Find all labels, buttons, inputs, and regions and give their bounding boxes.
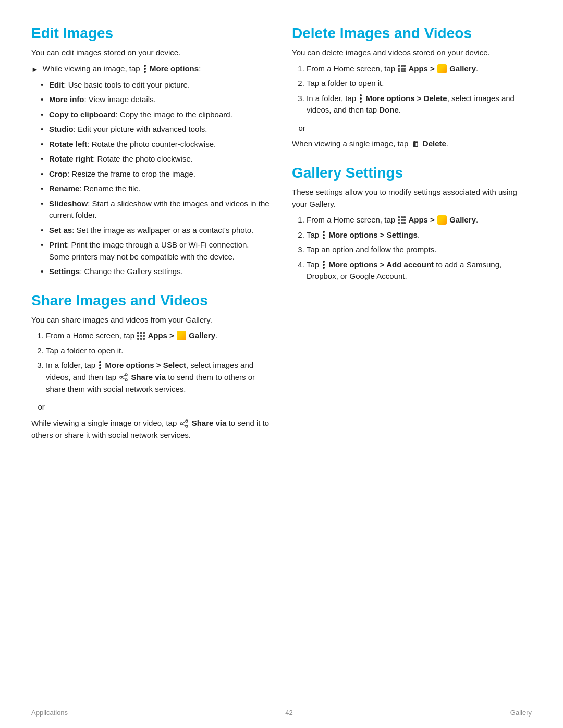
delete-step-1: From a Home screen, tap Apps > Gallery. — [307, 63, 532, 75]
delete-alt-text: When viewing a single image, tap 🗑 Delet… — [292, 138, 532, 150]
share-images-title: Share Images and Videos — [31, 292, 271, 309]
share-images-intro: You can share images and videos from you… — [31, 314, 271, 326]
svg-point-2 — [125, 379, 127, 381]
svg-point-5 — [186, 420, 188, 422]
footer-left: Applications — [31, 709, 68, 717]
delete-step-3: In a folder, tap More options > Delete, … — [307, 93, 532, 116]
list-item: Rotate right: Rotate the photo clockwise… — [41, 153, 271, 165]
share-alt-text: While viewing a single image or video, t… — [31, 417, 271, 441]
arrow-right-icon: ► — [31, 64, 39, 75]
share-step-2: Tap a folder to open it. — [46, 345, 271, 357]
delete-step-2: Tap a folder to open it. — [307, 78, 532, 90]
more-options-icon — [99, 361, 102, 369]
share-via-icon — [119, 371, 128, 383]
svg-line-9 — [182, 424, 186, 426]
share-steps-list: From a Home screen, tap Apps > Gallery. … — [46, 330, 271, 395]
settings-step-4: Tap More options > Add account to add a … — [307, 259, 532, 282]
svg-line-4 — [122, 378, 125, 379]
page-footer: Applications 42 Gallery — [0, 709, 563, 717]
gallery-settings-title: Gallery Settings — [292, 165, 532, 181]
delete-images-intro: You can delete images and videos stored … — [292, 47, 532, 59]
list-item: Edit: Use basic tools to edit your pictu… — [41, 79, 271, 91]
delete-steps-list: From a Home screen, tap Apps > Gallery. … — [307, 63, 532, 116]
gallery-icon — [177, 331, 186, 340]
gallery-icon — [437, 64, 447, 73]
gallery-settings-intro: These settings allow you to modify setti… — [292, 187, 532, 210]
list-item: Copy to clipboard: Copy the image to the… — [41, 109, 271, 121]
footer-center: 42 — [285, 709, 292, 717]
delete-images-title: Delete Images and Videos — [292, 25, 532, 42]
share-step-1: From a Home screen, tap Apps > Gallery. — [46, 330, 271, 342]
edit-options-list: Edit: Use basic tools to edit your pictu… — [41, 79, 271, 278]
more-options-icon — [143, 65, 146, 73]
list-item: Studio: Edit your picture with advanced … — [41, 124, 271, 135]
settings-step-3: Tap an option and follow the prompts. — [307, 244, 532, 256]
delete-images-section: Delete Images and Videos You can delete … — [292, 25, 532, 150]
svg-point-6 — [180, 423, 182, 425]
list-item: Settings: Change the Gallery settings. — [41, 266, 271, 278]
list-item: Rotate left: Rotate the photo counter-cl… — [41, 139, 271, 151]
more-options-icon — [359, 94, 362, 103]
or-divider-delete: – or – — [292, 122, 532, 134]
share-images-section: Share Images and Videos You can share im… — [31, 292, 271, 441]
more-options-icon — [322, 261, 325, 269]
share-step-3: In a folder, tap More options > Select, … — [46, 360, 271, 395]
right-column: Delete Images and Videos You can delete … — [292, 25, 532, 456]
share-via-icon-alt — [180, 417, 188, 429]
left-column: Edit Images You can edit images stored o… — [31, 25, 271, 456]
apps-icon — [137, 332, 145, 340]
svg-line-3 — [122, 375, 125, 377]
edit-images-title: Edit Images — [31, 25, 271, 42]
gallery-settings-steps: From a Home screen, tap Apps > Gallery. … — [307, 214, 532, 282]
arrow-item: ► While viewing an image, tap More optio… — [31, 63, 271, 75]
footer-right: Gallery — [510, 709, 532, 717]
list-item: Slideshow: Start a slideshow with the im… — [41, 198, 271, 221]
delete-icon: 🗑 — [412, 138, 420, 150]
list-item: Print: Print the image through a USB or … — [41, 239, 271, 263]
settings-step-1: From a Home screen, tap Apps > Gallery. — [307, 214, 532, 226]
gallery-icon — [437, 215, 447, 225]
or-divider: – or – — [31, 401, 271, 413]
svg-line-8 — [182, 422, 186, 423]
gallery-settings-section: Gallery Settings These settings allow yo… — [292, 165, 532, 282]
list-item: Crop: Resize the frame to crop the image… — [41, 168, 271, 180]
edit-images-intro: You can edit images stored on your devic… — [31, 47, 271, 59]
list-item: Set as: Set the image as wallpaper or as… — [41, 225, 271, 237]
list-item: More info: View image details. — [41, 94, 271, 106]
more-options-label: More options — [150, 64, 199, 73]
settings-step-2: Tap More options > Settings. — [307, 229, 532, 241]
apps-icon — [398, 216, 406, 224]
svg-point-7 — [186, 425, 188, 427]
arrow-item-text: While viewing an image, tap More options… — [43, 63, 201, 75]
more-options-icon — [322, 231, 325, 239]
svg-point-1 — [120, 376, 122, 378]
svg-point-0 — [125, 374, 127, 376]
apps-icon — [398, 65, 406, 72]
list-item: Rename: Rename the file. — [41, 183, 271, 195]
edit-images-section: Edit Images You can edit images stored o… — [31, 25, 271, 278]
